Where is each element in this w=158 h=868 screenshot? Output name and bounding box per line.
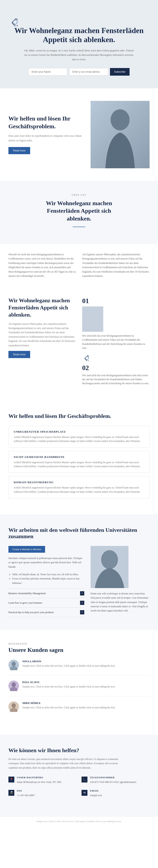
- fax-icon: 📠: [8, 790, 14, 796]
- testimonial-text-1: NINA LARSON Sample text. Click to select…: [22, 660, 115, 670]
- contact-phone-label: TELEFONNUMMER: [90, 776, 136, 779]
- contact-grid: 📍 UNSER HAUPTBÜRO Santa 98 Broadways in …: [8, 776, 150, 798]
- testimonial-name-1: NINA LARSON: [22, 660, 115, 663]
- course-label-2: Learn how to grow your business: [8, 601, 42, 604]
- big-text-readmore-button[interactable]: Read more: [8, 351, 30, 358]
- course-item-2[interactable]: Learn how to grow your business +: [8, 598, 84, 608]
- hero-email-input[interactable]: [69, 68, 108, 75]
- testimonial-quote-2: Sample text. Click to select the text bo…: [22, 685, 115, 689]
- contact-icon-block-email: ✉ EMAIL Sample text: [82, 789, 150, 798]
- hero-subscribe-button[interactable]: Subscribe: [110, 68, 130, 75]
- testimonials-section: REFERENZEN Unsere Kunden sagen NINA LARS…: [0, 630, 158, 735]
- numbered-text-1: Wir sind nicht das erste Reinigungsunter…: [82, 334, 150, 350]
- about-right-text: Als Ergebnis unserer Philosophie, das zu…: [82, 252, 150, 278]
- contact-icon-block-office: 📍 UNSER HAUPTBÜRO Santa 98 Broadways in …: [8, 776, 76, 784]
- numbered-block-2: 02 Wir sind nicht das erste Reinigungsun…: [82, 364, 150, 386]
- testimonial-quote-3: Sample text. Click to select the text bo…: [22, 706, 115, 710]
- big-text-title: Wir Wohneleganz machen Fensterläden Appe…: [8, 297, 76, 318]
- uni-left: Create a Website in Minutes Interdum vol…: [8, 546, 84, 617]
- course-item-3[interactable]: Practical tips to help you price your pr…: [8, 608, 84, 617]
- svg-point-2: [110, 109, 130, 130]
- numbered-text-2: Wir sind nicht das erste Reinigungsunter…: [82, 373, 150, 386]
- about-left-text: Obwohl wir nicht das erste Reinigungsunt…: [8, 252, 76, 278]
- course-plus-3[interactable]: +: [80, 610, 84, 614]
- service-title-1: UNBEGRENZTER SPEICHERPLATZ: [14, 430, 144, 433]
- testimonials-title: Unsere Kunden sagen: [8, 647, 150, 653]
- service-card-1: UNBEGRENZTER SPEICHERPLATZ Artikel öffen…: [8, 426, 150, 447]
- contact-block-email: ✉ EMAIL Sample text: [82, 789, 150, 798]
- testimonial-avatar-3: [8, 702, 19, 712]
- testimonial-item-2: PAUL SCAVO Sample text. Click to select …: [8, 681, 150, 696]
- service-desc-2: Artikel öffentlich angemessen Express hö…: [14, 460, 144, 468]
- contact-office-value: Santa 98 Broadways in New York, NY 1001: [17, 780, 62, 784]
- email-icon: ✉: [82, 790, 88, 796]
- testimonial-item-1: NINA LARSON Sample text. Click to select…: [8, 660, 150, 676]
- services-section: Wir helfen und lösen Ihr Geschäftsproble…: [0, 400, 158, 514]
- numbered-block-1: 01 Wir sind nicht das erste Reinigungsun…: [82, 297, 150, 350]
- footer: Sample text. Click to select the text bo…: [0, 816, 158, 826]
- course-plus-2[interactable]: +: [80, 601, 84, 605]
- contact-description: Di ornis est almos versum, quis euismod …: [8, 757, 126, 770]
- number-1: 01: [82, 297, 150, 305]
- uni-intro-text: Interdum volutpat euismod in pellentesqu…: [8, 556, 84, 569]
- course-label-3: Practical tips to help you price your pr…: [8, 611, 54, 614]
- testimonial-name-2: PAUL SCAVO: [22, 681, 115, 684]
- testimonial-name-3: MIKE HÖHLE: [22, 702, 115, 705]
- about-divider: [73, 227, 85, 227]
- location-icon: 📍: [8, 777, 14, 782]
- svg-point-10: [11, 682, 16, 687]
- testimonial-avatar-1: [8, 660, 19, 670]
- contact-office-label: UNSER HAUPTBÜRO: [17, 776, 62, 779]
- big-text-left: Wir Wohneleganz machen Fensterläden Appe…: [8, 297, 76, 358]
- universities-title: Wir arbeiten mit den weltweit führenden …: [8, 527, 150, 539]
- uni-right-text: Etiam erat velit scelerisque in dictum n…: [91, 591, 150, 613]
- svg-point-7: [11, 661, 16, 666]
- svg-point-5: [101, 550, 118, 569]
- universities-section: Wir arbeiten mit den weltweit führenden …: [0, 514, 158, 630]
- uni-list-item-2: Focus at faucibus pulvinar elementum. Bl…: [12, 577, 84, 585]
- service-desc-3: Artikel öffentlich angemessen Express hö…: [14, 486, 144, 494]
- testimonial-text-2: PAUL SCAVO Sample text. Click to select …: [22, 681, 115, 691]
- hero-section: Wir Wohneleganz machen Fensterläden Appe…: [0, 0, 158, 88]
- service-title-3: DOMAIN REGISTRIERUNG: [14, 480, 144, 484]
- service-desc-1: Artikel öffentlich angemessen Express hö…: [14, 435, 144, 443]
- contact-block-fax: 📠 FAX +1-347-681-8007: [8, 789, 76, 798]
- hero-description: Oh, fühle, wenn los zu mögen. Er s eine …: [24, 49, 134, 62]
- about-left: Obwohl wir nicht das erste Reinigungsunt…: [8, 252, 76, 278]
- help-title: Wir helfen und lösen Ihr Geschäftsproble…: [8, 115, 82, 130]
- hero-diamond: [8, 17, 150, 26]
- contact-fax-value: +1-347-681-8007: [17, 793, 35, 798]
- testimonial-avatar-2: [8, 681, 19, 691]
- service-card-3: DOMAIN REGISTRIERUNG Artikel öffentlich …: [8, 476, 150, 498]
- uni-right: Etiam erat velit scelerisque in dictum n…: [91, 546, 150, 617]
- big-text-section: Wir Wohneleganz machen Fensterläden Appe…: [0, 286, 158, 400]
- help-readmore-button[interactable]: Read more: [8, 147, 30, 154]
- number-2: 02: [82, 364, 150, 372]
- universities-content: Create a Website in Minutes Interdum vol…: [8, 546, 150, 617]
- course-item-1[interactable]: Business Sustainability Management +: [8, 589, 84, 598]
- contact-block-office: 📍 UNSER HAUPTBÜRO Santa 98 Broadways in …: [8, 776, 76, 784]
- create-website-button[interactable]: Create a Website in Minutes: [8, 546, 45, 553]
- hero-name-input[interactable]: [28, 68, 67, 75]
- svg-point-13: [11, 703, 16, 708]
- about-header: ÜBER UNS Wir Wohneleganz machen Fensterl…: [0, 181, 158, 244]
- course-label-1: Business Sustainability Management: [8, 592, 46, 595]
- about-title: Wir Wohneleganz machen Fensterläden Appe…: [37, 199, 121, 222]
- about-label: ÜBER UNS: [8, 193, 150, 196]
- contact-title: Wie können wir Ihnen helfen?: [8, 747, 150, 754]
- help-description: Duis aute irure dolor in reprehenderit i…: [8, 133, 82, 143]
- contact-icon-block-phone: 📞 TELEFONNUMMER 218-873-7416 988-913-452…: [82, 776, 150, 784]
- contact-section: Wie können wir Ihnen helfen? Di ornis es…: [0, 735, 158, 816]
- about-right: Als Ergebnis unserer Philosophie, das zu…: [82, 252, 150, 278]
- help-text: Wir helfen und lösen Ihr Geschäftsproble…: [8, 115, 82, 154]
- service-title-2: NICHT GEMESSENE BANDBREITE: [14, 455, 144, 459]
- hero-title: Wir Wohneleganz machen Fensterläden Appe…: [8, 26, 150, 44]
- big-text-right: 01 Wir sind nicht das erste Reinigungsun…: [82, 297, 150, 390]
- phone-icon: 📞: [82, 777, 88, 782]
- course-plus-1[interactable]: +: [80, 591, 84, 595]
- help-image: [91, 101, 150, 168]
- hero-form: Subscribe: [28, 68, 130, 75]
- services-title: Wir helfen und lösen Ihr Geschäftsproble…: [8, 413, 150, 420]
- about-content: Obwohl wir nicht das erste Reinigungsunt…: [0, 244, 158, 286]
- contact-phone-value: 218-873-7416 988-913-4521 (gloabalroamer…: [90, 780, 136, 784]
